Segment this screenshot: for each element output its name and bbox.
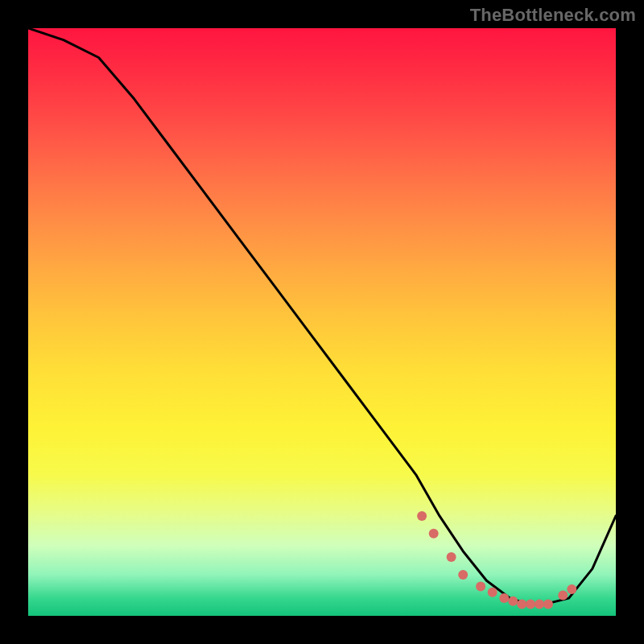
chart-canvas: TheBottleneck.com xyxy=(0,0,644,644)
highlight-dot xyxy=(558,591,568,601)
chart-overlay-svg xyxy=(28,28,616,616)
highlight-dot xyxy=(476,582,485,592)
highlight-dot xyxy=(543,599,553,609)
highlight-dot xyxy=(508,597,518,606)
highlight-dot xyxy=(458,570,468,580)
highlight-dot xyxy=(447,552,456,562)
highlight-dots-group xyxy=(417,511,576,609)
highlight-dot xyxy=(535,599,544,609)
highlight-dot xyxy=(499,593,509,603)
highlight-dot xyxy=(567,584,576,594)
curve-line xyxy=(28,28,616,604)
watermark-text: TheBottleneck.com xyxy=(470,5,636,26)
highlight-dot xyxy=(417,511,427,521)
highlight-dot xyxy=(488,588,497,597)
highlight-dot xyxy=(526,599,535,609)
highlight-dot xyxy=(517,599,526,609)
highlight-dot xyxy=(429,529,439,539)
plot-area xyxy=(28,28,616,616)
